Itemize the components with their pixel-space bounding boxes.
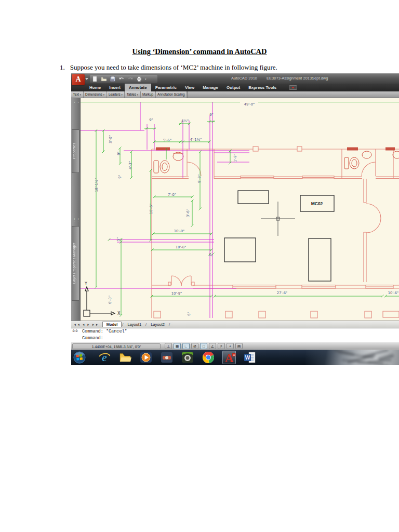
- dim-label: 3": [209, 252, 213, 256]
- taskbar-icon-chrome[interactable]: [202, 351, 215, 364]
- ribbon-tab-output[interactable]: Output: [222, 84, 244, 91]
- panel-dimensions[interactable]: Dimensions ▾: [84, 91, 107, 98]
- undo-icon[interactable]: [118, 76, 125, 82]
- dim-label: 9": [209, 113, 213, 117]
- dimension-lines-green: [81, 102, 399, 317]
- panel-markup[interactable]: Markup: [141, 91, 156, 98]
- autocad-window: A ▾ AutoCAD 2010 EE3073-Assignment 2013S…: [71, 73, 399, 365]
- dim-label: 6": [187, 312, 191, 315]
- ribbon-tab-bar: HomeInsertAnnotateParametricViewManageOu…: [71, 84, 399, 91]
- plot-icon[interactable]: [136, 76, 142, 82]
- panel-text[interactable]: Text ▾: [71, 91, 84, 98]
- panel-tables[interactable]: Tables ▾: [125, 91, 140, 98]
- taskbar-icon-internet-explorer[interactable]: e: [98, 351, 111, 364]
- ucs-icon: XY: [84, 282, 121, 316]
- svg-text:X: X: [117, 311, 121, 316]
- status-bar: 1.4400E+04, 1588'-3 3/4", 0'0" ⊥▦∟Ø□∠≠+▤: [71, 342, 399, 350]
- new-file-icon[interactable]: [92, 76, 98, 82]
- list-item: 1.Suppose you need to take dimensions of…: [60, 63, 277, 72]
- dim-label: 4'-3": [128, 161, 132, 169]
- ribbon-tab-insert[interactable]: Insert: [105, 84, 125, 91]
- taskbar-icon-autocad[interactable]: A: [222, 351, 236, 364]
- layout-tab-separator: /: [145, 322, 147, 327]
- command-window[interactable]: ✲✲ Command: *Cancel* Command:: [71, 328, 399, 342]
- floor-plan-walls: [152, 147, 399, 318]
- status-toggle-dyn[interactable]: +: [227, 343, 234, 349]
- taskbar-icon-file-explorer[interactable]: [118, 351, 132, 364]
- status-toggle-polar[interactable]: Ø: [191, 343, 198, 349]
- dim-label: 6'-0": [108, 296, 112, 304]
- window-title: AutoCAD 2010 EE3073-Assignment 2013Sept.…: [231, 76, 328, 81]
- dim-label: 1'-9": [233, 154, 237, 162]
- palette-dock: ⋮⋮ Properties ⋮⋮ Layer Properties Manage…: [71, 98, 81, 321]
- ribbon-tab-express-tools[interactable]: Express Tools: [244, 84, 281, 91]
- layout-tab-layout2[interactable]: Layout2: [147, 322, 168, 327]
- layout-tab-bar: ◄◄ ◄ ► ►► Model/Layout1/Layout2/: [71, 321, 399, 328]
- dim-label: 10'-9": [174, 229, 184, 233]
- layout-tab-layout1[interactable]: Layout1: [124, 322, 145, 327]
- open-file-icon[interactable]: [101, 76, 107, 82]
- command-grip: ✲✲: [72, 329, 78, 333]
- command-history-line: Command: *Cancel*: [71, 328, 399, 335]
- windows-taskbar: eAW: [71, 350, 399, 365]
- desktop-blur-texture: [331, 350, 399, 365]
- taskbar-icon-remote-app[interactable]: [160, 351, 174, 364]
- status-toggle-grid[interactable]: ▦: [174, 343, 181, 349]
- save-icon[interactable]: [110, 76, 116, 82]
- layout-tab-separator: /: [169, 322, 170, 327]
- dimension-lines-magenta: [81, 102, 249, 318]
- palette-tab-layer-properties[interactable]: Layer Properties Manager: [72, 226, 79, 301]
- status-toggle-ortho[interactable]: ∟: [182, 343, 190, 349]
- ribbon-tab-view[interactable]: View: [181, 84, 198, 91]
- dim-label: 10'-6": [388, 291, 398, 295]
- list-number: 1.: [60, 63, 65, 71]
- status-toggle-dynamic-input[interactable]: ⊥: [165, 343, 172, 349]
- list-text: Suppose you need to take dimensions of ‘…: [70, 63, 277, 71]
- dim-label: 10'-6": [149, 204, 153, 214]
- command-input-line[interactable]: Command:: [71, 335, 399, 342]
- svg-text:e: e: [102, 351, 107, 364]
- status-toggle-ducs[interactable]: ≠: [218, 343, 225, 349]
- dim-label: 27'-6": [277, 291, 287, 295]
- dimension-texts: 49'-0"9"4½"9"5'-6"4'-1½"3'-0"9"4'-3"18'-…: [95, 102, 398, 315]
- layout-nav-buttons[interactable]: ◄◄ ◄ ► ►►: [73, 323, 99, 326]
- logo-dropdown-icon[interactable]: [85, 78, 88, 80]
- panel-leaders[interactable]: Leaders ▾: [107, 91, 125, 98]
- redo-icon[interactable]: [127, 76, 134, 82]
- palette-tab-properties[interactable]: Properties: [72, 129, 79, 173]
- palette-grip[interactable]: ⋮⋮: [73, 100, 80, 102]
- status-toggle-osnap[interactable]: □: [200, 343, 207, 349]
- dim-label: 9'-9": [197, 175, 202, 183]
- status-toggle-lwt[interactable]: ▤: [235, 343, 243, 349]
- taskbar-icon-media-player[interactable]: [139, 351, 153, 364]
- document-title: Using ‘Dimension’ command in AutoCAD: [0, 47, 399, 56]
- ribbon-tab-parametric[interactable]: Parametric: [151, 84, 181, 91]
- ribbon-panel-bar: Text ▾Dimensions ▾Leaders ▾Tables ▾Marku…: [71, 91, 399, 98]
- drawing-workspace: ⋮⋮ Properties ⋮⋮ Layer Properties Manage…: [71, 98, 399, 321]
- dim-label: 10'-9": [171, 291, 182, 296]
- dim-label: 4'-1½": [190, 138, 202, 142]
- coordinates-readout: 1.4400E+04, 1588'-3 3/4", 0'0": [72, 343, 161, 349]
- autocad-logo-icon[interactable]: A: [72, 74, 85, 85]
- app-name: AutoCAD 2010: [231, 76, 257, 81]
- dim-label: 49'-0": [244, 102, 255, 107]
- qat-dropdown-icon[interactable]: ▾: [145, 77, 147, 81]
- drawing-canvas[interactable]: 49'-0"9"4½"9"5'-6"4'-1½"3'-0"9"4'-3"18'-…: [81, 98, 399, 321]
- panel-annotation-scaling[interactable]: Annotation Scaling: [156, 91, 188, 98]
- taskbar-icon-word[interactable]: W: [243, 351, 257, 364]
- crosshair-cursor[interactable]: [261, 202, 295, 236]
- ribbon-extra-icon[interactable]: [289, 85, 297, 90]
- palette-grip2[interactable]: ⋮⋮: [73, 219, 80, 221]
- dim-label: 4½": [181, 119, 189, 123]
- taskbar-icon-windows-start[interactable]: [73, 351, 86, 364]
- dim-label: 9": [118, 175, 122, 178]
- dim-label: 10'-6": [176, 245, 186, 249]
- ribbon-tab-manage[interactable]: Manage: [198, 84, 222, 91]
- status-toggle-otrack[interactable]: ∠: [209, 343, 216, 349]
- taskbar-icon-picture-app[interactable]: [181, 351, 194, 364]
- ribbon-tab-annotate[interactable]: Annotate: [125, 84, 151, 91]
- ribbon-tab-home[interactable]: Home: [85, 84, 105, 91]
- layout-tab-model[interactable]: Model: [102, 322, 122, 327]
- machine-label-mc02: MC02: [311, 201, 323, 206]
- svg-text:W: W: [245, 355, 250, 361]
